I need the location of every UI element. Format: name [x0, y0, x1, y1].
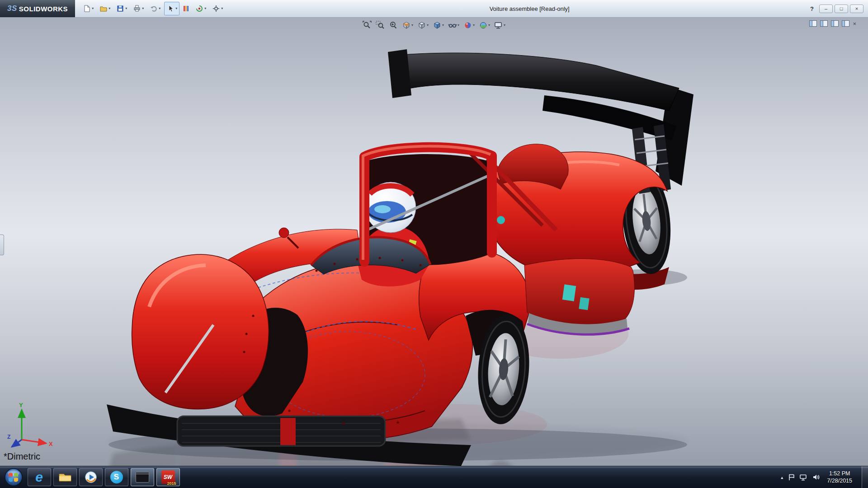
zoom-to-area-button[interactable]	[374, 20, 386, 31]
pane-toggle-4-icon[interactable]	[842, 20, 849, 27]
action-center-flag-icon[interactable]	[788, 474, 795, 481]
view-orientation-label: *Dimetric	[4, 451, 40, 462]
dropdown-caret-icon: ▾	[125, 7, 127, 10]
featuremanager-splitter-handle[interactable]	[0, 235, 4, 255]
model-viewport-canvas[interactable]	[0, 18, 868, 466]
clock-time: 1:52 PM	[827, 470, 852, 477]
windows-taskbar: e S SW 2015 ▴	[0, 466, 868, 488]
dropdown-caret-icon: ▾	[159, 7, 160, 10]
skype-icon: S	[110, 471, 123, 483]
glasses-icon	[448, 21, 457, 30]
zoom-to-fit-button[interactable]	[361, 20, 373, 31]
folder-icon	[58, 472, 72, 483]
print-button[interactable]: ▾	[131, 2, 146, 15]
triad-z-axis	[12, 440, 22, 447]
pane-toggle-3-icon[interactable]	[831, 20, 839, 27]
standard-toolbar: ▾ ▾ ▾ ▾	[80, 2, 225, 15]
car-model[interactable]	[107, 49, 693, 466]
view-orientation-button[interactable]: ▾	[416, 20, 430, 31]
taskbar-item-command-prompt[interactable]	[129, 466, 155, 488]
dropdown-caret-icon: ▾	[504, 23, 505, 27]
undo-icon	[150, 5, 158, 13]
dropdown-caret-icon: ▾	[473, 23, 475, 27]
start-button[interactable]	[4, 467, 24, 487]
taskbar-clock[interactable]: 1:52 PM 7/28/2015	[825, 470, 857, 485]
internet-explorer-icon: e	[35, 470, 43, 484]
previous-view-icon	[389, 21, 398, 30]
section-view-button[interactable]: ▾	[401, 20, 415, 31]
dropdown-caret-icon: ▾	[175, 7, 177, 10]
triad-z-label: Z	[7, 434, 10, 440]
media-player-icon	[85, 471, 97, 483]
section-view-icon	[402, 21, 411, 30]
taskbar-item-media-player[interactable]	[78, 466, 104, 488]
headsup-view-toolbar: ▾ ▾ ▾ ▾	[361, 20, 507, 31]
undo-button[interactable]: ▾	[147, 2, 163, 15]
new-document-button[interactable]: ▾	[80, 2, 96, 15]
taskbar-item-skype[interactable]: S	[104, 466, 129, 488]
triad-y-label: Y	[19, 402, 23, 408]
rebuild-icon	[195, 5, 203, 13]
window-controls: ? – □ ×	[810, 5, 863, 13]
dropdown-caret-icon: ▾	[411, 23, 413, 27]
show-desktop-button[interactable]	[862, 466, 868, 488]
show-hidden-icons-button[interactable]: ▴	[781, 475, 783, 480]
zoom-to-area-icon	[376, 21, 385, 30]
appearance-ball-icon	[463, 21, 472, 30]
dropdown-caret-icon: ▾	[442, 23, 444, 27]
display-style-icon	[433, 21, 442, 30]
pane-toggle-1-icon[interactable]	[809, 20, 817, 27]
reference-triad[interactable]: Y X Z	[6, 402, 56, 451]
select-cursor-icon	[166, 5, 175, 13]
scene-globe-icon	[479, 21, 488, 30]
system-tray: ▴ 1:52 PM 7/28/2015	[781, 466, 868, 488]
triad-x-label: X	[49, 441, 53, 447]
dropdown-caret-icon: ▾	[92, 7, 94, 10]
options-gear-icon	[212, 5, 220, 13]
options-button[interactable]: ▾	[210, 2, 225, 15]
save-icon	[116, 5, 124, 13]
dropdown-caret-icon: ▾	[204, 7, 206, 10]
view-orientation-cube-icon	[417, 21, 426, 30]
app-name: SOLIDWORKS	[19, 5, 68, 13]
network-icon[interactable]	[800, 474, 807, 481]
display-mode-button[interactable]	[181, 2, 192, 15]
windows-orb-icon	[4, 468, 23, 487]
dassault-logo-icon: 3S	[7, 4, 17, 13]
select-tool-button[interactable]: ▾	[164, 2, 179, 15]
command-prompt-icon	[136, 472, 149, 483]
display-mode-icon	[183, 5, 189, 13]
view-settings-button[interactable]: ▾	[493, 20, 507, 31]
pane-toggle-2-icon[interactable]	[820, 20, 828, 27]
help-button[interactable]: ?	[810, 5, 814, 12]
taskbar-item-internet-explorer[interactable]: e	[26, 466, 52, 488]
save-button[interactable]: ▾	[114, 2, 129, 15]
display-pane-controls: ×	[809, 20, 856, 27]
view-settings-icon	[494, 21, 503, 30]
solidworks-logo: 3S SOLIDWORKS	[0, 0, 75, 17]
minimize-button[interactable]: –	[819, 5, 833, 13]
graphics-area[interactable]: ▾ ▾ ▾ ▾	[0, 18, 868, 466]
edit-appearance-button[interactable]: ▾	[462, 20, 476, 31]
taskbar-item-solidworks[interactable]: SW 2015	[155, 466, 181, 488]
dropdown-caret-icon: ▾	[427, 23, 429, 27]
maximize-button[interactable]: □	[835, 5, 848, 13]
hide-show-items-button[interactable]: ▾	[447, 20, 461, 31]
open-button[interactable]: ▾	[97, 2, 113, 15]
close-button[interactable]: ×	[850, 5, 863, 13]
rebuild-button[interactable]: ▾	[193, 2, 208, 15]
display-style-button[interactable]: ▾	[431, 20, 445, 31]
pane-close-button[interactable]: ×	[853, 21, 856, 27]
volume-icon[interactable]	[812, 474, 820, 481]
titlebar: 3S SOLIDWORKS ▾ ▾ ▾	[0, 0, 868, 18]
taskbar-item-windows-explorer[interactable]	[52, 466, 78, 488]
dropdown-caret-icon: ▾	[458, 23, 459, 27]
dropdown-caret-icon: ▾	[221, 7, 223, 10]
dropdown-caret-icon: ▾	[142, 7, 144, 10]
apply-scene-button[interactable]: ▾	[477, 20, 491, 31]
zoom-to-fit-icon	[363, 21, 372, 30]
new-document-icon	[83, 5, 91, 13]
previous-view-button[interactable]	[387, 20, 399, 31]
open-folder-icon	[99, 5, 108, 13]
triad-x-axis	[22, 440, 46, 443]
